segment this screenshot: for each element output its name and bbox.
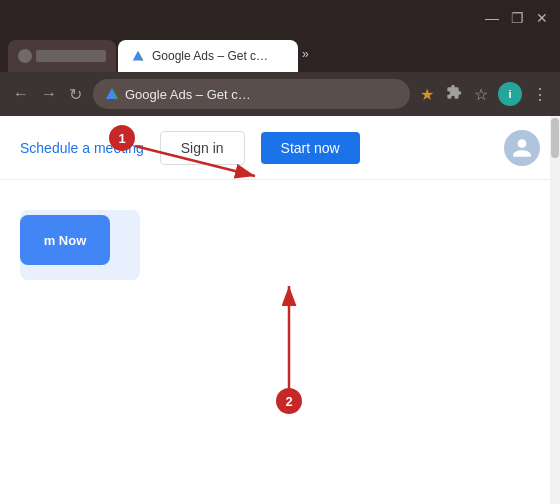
title-bar: — ❐ ✕ bbox=[0, 0, 560, 36]
address-bar[interactable]: Google Ads – Get c… bbox=[93, 79, 410, 109]
cta-card[interactable]: m Now bbox=[20, 215, 110, 265]
sign-in-button[interactable]: Sign in bbox=[160, 131, 245, 165]
tab-favicon bbox=[130, 48, 146, 64]
browser-profile-button[interactable]: i bbox=[498, 82, 522, 106]
scrollbar-thumb bbox=[551, 118, 559, 158]
previous-tab[interactable] bbox=[8, 40, 116, 72]
close-button[interactable]: ✕ bbox=[536, 10, 548, 26]
reload-button[interactable]: ↻ bbox=[66, 82, 85, 107]
active-tab[interactable]: Google Ads – Get c… bbox=[118, 40, 298, 72]
start-now-button[interactable]: Start now bbox=[261, 132, 360, 164]
nav-buttons: ← → ↻ bbox=[10, 82, 85, 107]
cta-card-label: m Now bbox=[44, 233, 87, 248]
omnibox-bar: ← → ↻ Google Ads – Get c… ★ ☆ i bbox=[0, 72, 560, 116]
toolbar-action-buttons: ★ ☆ i ⋮ bbox=[418, 82, 550, 106]
scrollbar[interactable] bbox=[550, 116, 560, 504]
tab-title: Google Ads – Get c… bbox=[152, 49, 268, 63]
site-favicon bbox=[105, 87, 119, 101]
user-avatar[interactable] bbox=[504, 130, 540, 166]
chrome-menu-button[interactable]: ⋮ bbox=[530, 83, 550, 106]
browser-chrome: — ❐ ✕ Google Ads – Get c… » ← bbox=[0, 0, 560, 116]
window-controls: — ❐ ✕ bbox=[485, 10, 548, 26]
page-navigation: Schedule a meeting Sign in Start now bbox=[0, 116, 560, 180]
page-content: Schedule a meeting Sign in Start now m N… bbox=[0, 116, 560, 504]
schedule-meeting-link[interactable]: Schedule a meeting bbox=[20, 140, 144, 156]
bookmark-star-button[interactable]: ★ bbox=[418, 83, 436, 106]
back-button[interactable]: ← bbox=[10, 82, 32, 106]
url-text: Google Ads – Get c… bbox=[125, 87, 251, 102]
page-body: m Now bbox=[0, 180, 560, 300]
svg-point-9 bbox=[276, 388, 302, 414]
forward-button[interactable]: → bbox=[38, 82, 60, 106]
tab-more-button[interactable]: » bbox=[302, 47, 309, 61]
maximize-button[interactable]: ❐ bbox=[511, 10, 524, 26]
svg-text:2: 2 bbox=[285, 394, 292, 409]
minimize-button[interactable]: — bbox=[485, 10, 499, 26]
tab-bar: Google Ads – Get c… » bbox=[0, 36, 560, 72]
extensions-button[interactable] bbox=[444, 82, 464, 106]
add-bookmark-button[interactable]: ☆ bbox=[472, 83, 490, 106]
